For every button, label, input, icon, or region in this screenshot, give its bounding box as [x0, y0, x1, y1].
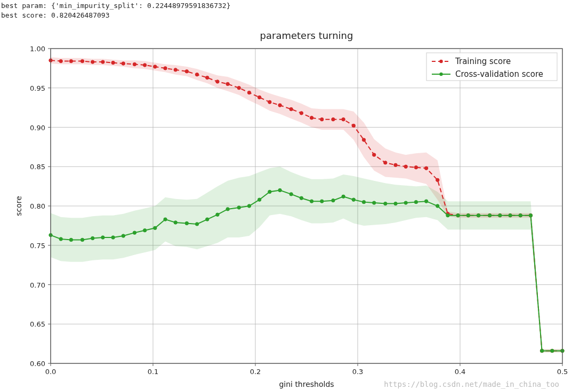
- chart-svg: 0.00.10.20.30.40.50.600.650.700.750.800.…: [0, 22, 588, 389]
- series-marker: [216, 80, 219, 83]
- series-marker: [154, 226, 157, 229]
- series-marker: [310, 200, 313, 203]
- series-marker: [509, 214, 512, 217]
- series-marker: [320, 118, 324, 121]
- series-marker: [101, 60, 104, 63]
- series-marker: [540, 349, 543, 352]
- y-tick-label: 0.85: [30, 163, 45, 171]
- series-marker: [436, 204, 439, 208]
- series-marker: [289, 193, 293, 196]
- x-tick-label: 0.2: [250, 368, 261, 376]
- series-marker: [498, 214, 502, 217]
- series-marker: [384, 202, 387, 205]
- series-marker: [446, 214, 449, 217]
- series-marker: [226, 82, 229, 85]
- series-marker: [278, 188, 281, 192]
- series-marker: [122, 234, 125, 237]
- series-marker: [268, 190, 271, 193]
- y-tick-label: 0.60: [30, 360, 45, 368]
- series-marker: [133, 231, 136, 234]
- series-marker: [164, 218, 167, 221]
- series-marker: [332, 118, 335, 121]
- x-tick-label: 0.1: [148, 368, 159, 376]
- series-marker: [80, 59, 84, 62]
- y-tick-label: 0.95: [30, 84, 45, 92]
- series-marker: [289, 107, 293, 110]
- series-marker: [237, 86, 240, 90]
- series-marker: [143, 63, 146, 67]
- series-marker: [414, 166, 417, 169]
- series-marker: [133, 62, 136, 66]
- series-marker: [257, 198, 261, 201]
- series-marker: [384, 161, 387, 164]
- watermark: https://blog.csdn.net/made_in_china_too: [384, 380, 559, 389]
- console-line: best param: {'min_impurity_split': 0.224…: [1, 2, 230, 10]
- x-tick-label: 0.0: [45, 368, 57, 376]
- series-marker: [414, 201, 417, 204]
- series-marker: [424, 200, 428, 203]
- series-marker: [185, 70, 188, 73]
- series-marker: [466, 214, 470, 217]
- series-marker: [59, 237, 62, 241]
- series-marker: [91, 236, 94, 240]
- series-marker: [206, 218, 209, 221]
- series-marker: [310, 116, 313, 120]
- series-marker: [164, 67, 167, 70]
- x-tick-label: 0.3: [352, 368, 364, 376]
- series-marker: [206, 76, 209, 79]
- series-marker: [185, 221, 188, 225]
- legend-label: Cross-validation score: [455, 69, 543, 79]
- series-marker: [394, 202, 397, 205]
- series-marker: [342, 195, 345, 198]
- legend-label: Training score: [455, 57, 511, 66]
- y-tick-label: 0.80: [30, 202, 45, 210]
- series-marker: [195, 223, 198, 226]
- series-marker: [154, 65, 157, 68]
- chart-title: parameters turning: [260, 30, 353, 41]
- legend-marker: [439, 73, 442, 76]
- series-marker: [404, 201, 407, 204]
- series-marker: [91, 60, 94, 63]
- y-tick-label: 0.75: [30, 242, 45, 250]
- y-axis-label: score: [14, 196, 23, 216]
- series-marker: [257, 96, 261, 99]
- series-marker: [342, 118, 345, 121]
- series-marker: [352, 198, 355, 201]
- series-marker: [477, 214, 480, 217]
- series-marker: [174, 221, 177, 224]
- console-line: best score: 0.820426487093: [1, 11, 110, 19]
- series-marker: [404, 165, 407, 168]
- series-marker: [332, 199, 335, 202]
- series-marker: [488, 214, 491, 217]
- series-marker: [111, 61, 115, 64]
- series-marker: [80, 238, 84, 241]
- y-tick-label: 0.70: [30, 281, 45, 289]
- series-marker: [373, 201, 376, 204]
- series-marker: [456, 214, 460, 217]
- series-marker: [268, 100, 271, 104]
- series-marker: [320, 200, 324, 203]
- series-marker: [143, 229, 146, 232]
- series-marker: [436, 178, 439, 181]
- series-marker: [59, 59, 62, 62]
- legend-marker: [439, 60, 442, 63]
- series-marker: [551, 349, 554, 352]
- series-marker: [529, 214, 532, 217]
- x-tick-label: 0.4: [455, 368, 466, 376]
- series-marker: [111, 236, 115, 239]
- series-marker: [300, 112, 303, 115]
- y-tick-label: 0.65: [30, 320, 45, 328]
- x-axis-label: gini thresholds: [279, 380, 334, 388]
- series-marker: [373, 153, 376, 156]
- series-marker: [122, 62, 125, 65]
- series-marker: [352, 124, 355, 127]
- series-marker: [300, 196, 303, 200]
- console-output: best param: {'min_impurity_split': 0.224…: [0, 0, 588, 22]
- series-marker: [519, 214, 522, 217]
- chart-figure: 0.00.10.20.30.40.50.600.650.700.750.800.…: [0, 22, 588, 389]
- series-marker: [69, 238, 73, 241]
- series-marker: [278, 104, 281, 107]
- series-marker: [174, 68, 177, 72]
- series-marker: [362, 201, 365, 204]
- series-marker: [237, 206, 240, 209]
